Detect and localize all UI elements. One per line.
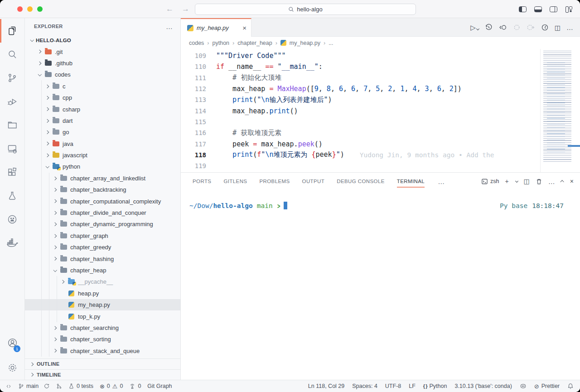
eol-status[interactable]: LF: [409, 383, 416, 389]
open-changes-icon[interactable]: [498, 24, 507, 31]
git-graph-status-icon[interactable]: [56, 383, 62, 389]
close-panel-icon[interactable]: ×: [570, 178, 574, 184]
feedback-status[interactable]: 0: [129, 383, 141, 389]
tree-item[interactable]: chapter_array_and_linkedlist: [25, 173, 180, 184]
tree-item[interactable]: chapter_sorting: [25, 334, 180, 345]
activitybar-source-control[interactable]: [0, 66, 24, 90]
file-history-icon[interactable]: [485, 24, 493, 31]
tests-status[interactable]: 0 tests: [68, 383, 93, 389]
customize-layout-icon[interactable]: [565, 6, 573, 12]
panel-tab[interactable]: TERMINAL: [397, 173, 425, 190]
next-change-icon[interactable]: [527, 24, 535, 31]
panel-tab[interactable]: GITLENS: [223, 173, 247, 190]
toggle-panel-icon[interactable]: [534, 6, 542, 12]
sidebar-section[interactable]: OUTLINE: [25, 358, 180, 369]
activitybar-folder-extension[interactable]: [0, 113, 24, 137]
editor-more-actions-icon[interactable]: …: [566, 24, 574, 31]
minimap[interactable]: [540, 49, 580, 172]
macos-zoom-button[interactable]: [37, 6, 43, 12]
tree-item[interactable]: chapter_greedy: [25, 242, 180, 253]
kill-terminal-icon[interactable]: [536, 178, 542, 185]
macos-close-button[interactable]: [17, 6, 23, 12]
git-graph-launcher[interactable]: Git Graph: [147, 383, 172, 389]
tree-item[interactable]: cpp: [25, 92, 180, 103]
tree-item[interactable]: chapter_computational_complexity: [25, 195, 180, 207]
panel-tabs-more-icon[interactable]: …: [438, 178, 445, 185]
command-center-search[interactable]: hello-algo: [195, 4, 416, 15]
terminal-dropdown-icon[interactable]: [515, 179, 518, 182]
tree-item[interactable]: chapter_dynamic_programming: [25, 218, 180, 230]
panel-tab[interactable]: PORTS: [193, 173, 211, 190]
tab-close-icon[interactable]: ×: [242, 24, 246, 32]
prettier-status[interactable]: ⊘Prettier: [534, 383, 560, 389]
new-terminal-icon[interactable]: +: [505, 178, 508, 184]
tree-item[interactable]: go: [25, 126, 180, 138]
tree-item[interactable]: javascript: [25, 150, 180, 161]
tree-item[interactable]: java: [25, 138, 180, 150]
tree-item[interactable]: heap.py: [25, 288, 180, 299]
git-branch-status[interactable]: main: [18, 383, 50, 389]
tree-item[interactable]: top_k.py: [25, 310, 180, 322]
activitybar-search[interactable]: [0, 43, 24, 66]
tree-item[interactable]: c: [25, 81, 180, 92]
activitybar-docker[interactable]: [0, 231, 24, 255]
breadcrumb-item[interactable]: codes ›: [189, 40, 209, 46]
breadcrumb-item[interactable]: my_heap.py ›: [280, 40, 325, 46]
previous-change-icon[interactable]: [513, 24, 521, 31]
encoding-status[interactable]: UTF-8: [385, 383, 401, 389]
activitybar-accounts[interactable]: 1: [0, 330, 24, 355]
terminal-shell-label[interactable]: zsh: [481, 178, 499, 185]
tree-item[interactable]: chapter_hashing: [25, 253, 180, 264]
split-terminal-icon[interactable]: ◫: [524, 178, 530, 184]
terminal[interactable]: ~/Dow/hello-algo main > Py base18:18:47: [181, 190, 580, 380]
activitybar-github[interactable]: [0, 208, 24, 231]
explorer-more-actions-icon[interactable]: …: [166, 23, 173, 30]
tree-item[interactable]: python: [25, 161, 180, 172]
copilot-status[interactable]: [520, 383, 527, 389]
run-python-file-button[interactable]: ▷: [470, 24, 479, 32]
activitybar-testing[interactable]: [0, 184, 24, 208]
problems-status[interactable]: ⊗0⚠0: [100, 383, 123, 389]
tree-item[interactable]: my_heap.py: [25, 299, 180, 310]
tree-item[interactable]: csharp: [25, 103, 180, 115]
back-icon[interactable]: ←: [166, 5, 174, 14]
code-editor[interactable]: 109 """Driver Code""" 110 if __name__ ==…: [181, 49, 580, 172]
tab-my-heap[interactable]: my_heap.py ×: [181, 18, 251, 37]
macos-minimize-button[interactable]: [27, 6, 33, 12]
activitybar-remote-explorer[interactable]: [0, 137, 24, 160]
breadcrumb-item[interactable]: ...: [329, 40, 336, 46]
activitybar-explorer[interactable]: [0, 19, 24, 43]
activitybar-settings[interactable]: [0, 355, 24, 380]
tree-item[interactable]: __pycache__: [25, 276, 180, 287]
tree-item[interactable]: dart: [25, 115, 180, 126]
tree-item[interactable]: chapter_divide_and_conquer: [25, 207, 180, 218]
tree-item[interactable]: chapter_searching: [25, 322, 180, 334]
toggle-primary-sidebar-icon[interactable]: [519, 6, 527, 12]
tree-item[interactable]: HELLO-ALGO: [25, 34, 180, 46]
tree-item[interactable]: .git: [25, 46, 180, 57]
split-editor-icon[interactable]: ◫: [555, 24, 561, 31]
language-mode[interactable]: { }Python: [423, 383, 447, 389]
tree-item[interactable]: codes: [25, 69, 180, 80]
toggle-secondary-sidebar-icon[interactable]: [550, 6, 557, 12]
indentation-status[interactable]: Spaces: 4: [352, 383, 377, 389]
breadcrumb-item[interactable]: python ›: [213, 40, 235, 46]
python-interpreter[interactable]: 3.10.13 ('base': conda): [454, 383, 512, 389]
tree-item[interactable]: chapter_heap: [25, 265, 180, 276]
notifications-bell[interactable]: [567, 383, 574, 389]
sidebar-section[interactable]: TIMELINE: [25, 369, 180, 380]
tree-item[interactable]: .github: [25, 58, 180, 69]
gitlens-graph-icon[interactable]: [541, 24, 549, 31]
breadcrumb-item[interactable]: chapter_heap ›: [237, 40, 277, 46]
panel-tab[interactable]: PROBLEMS: [259, 173, 290, 190]
activitybar-run-debug[interactable]: [0, 90, 24, 113]
panel-tab[interactable]: DEBUG CONSOLE: [337, 173, 385, 190]
tree-item[interactable]: chapter_graph: [25, 230, 180, 242]
maximize-panel-icon[interactable]: [560, 180, 564, 184]
forward-icon[interactable]: →: [182, 5, 189, 14]
cursor-position[interactable]: Ln 118, Col 29: [308, 383, 344, 389]
panel-more-actions-icon[interactable]: …: [548, 178, 556, 185]
activitybar-extensions[interactable]: [0, 160, 24, 184]
remote-indicator[interactable]: [5, 383, 12, 389]
tree-item[interactable]: chapter_stack_and_queue: [25, 345, 180, 357]
